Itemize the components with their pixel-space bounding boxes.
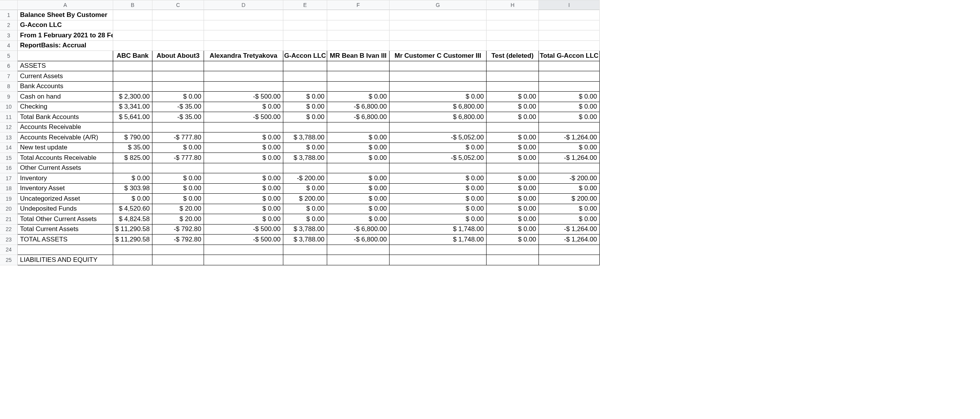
- empty-cell[interactable]: [390, 82, 487, 92]
- empty-cell[interactable]: [390, 255, 487, 265]
- data-cell[interactable]: $ 0.00: [204, 143, 283, 153]
- row-header-10[interactable]: 10: [0, 102, 18, 112]
- row-header-8[interactable]: 8: [0, 82, 18, 92]
- data-cell[interactable]: -$ 5,052.00: [390, 132, 487, 143]
- row-label[interactable]: TOTAL ASSETS: [18, 235, 113, 245]
- data-cell[interactable]: $ 0.00: [390, 204, 487, 215]
- empty-cell[interactable]: [283, 71, 327, 82]
- data-cell[interactable]: $ 0.00: [487, 225, 539, 235]
- cell-blank[interactable]: [487, 41, 539, 51]
- empty-cell[interactable]: [390, 245, 487, 255]
- data-cell[interactable]: $ 0.00: [204, 153, 283, 163]
- cell-blank[interactable]: [113, 10, 152, 20]
- empty-cell[interactable]: [390, 163, 487, 174]
- data-cell[interactable]: $ 0.00: [113, 194, 152, 204]
- cell-blank[interactable]: [113, 30, 152, 41]
- empty-cell[interactable]: [113, 122, 152, 133]
- data-cell[interactable]: -$ 6,800.00: [327, 225, 390, 235]
- row-label[interactable]: Bank Accounts: [18, 82, 113, 92]
- row-header-4[interactable]: 4: [0, 41, 18, 51]
- data-cell[interactable]: -$ 777.80: [152, 132, 204, 143]
- table-col-header[interactable]: Mr Customer C Customer III: [390, 51, 487, 61]
- col-header-D[interactable]: D: [204, 0, 283, 10]
- data-cell[interactable]: $ 0.00: [327, 184, 390, 194]
- cell-blank[interactable]: [539, 41, 600, 51]
- row-label[interactable]: ASSETS: [18, 61, 113, 72]
- data-cell[interactable]: $ 11,290.58: [113, 235, 152, 245]
- row-label[interactable]: Total Bank Accounts: [18, 112, 113, 122]
- data-cell[interactable]: $ 0.00: [204, 204, 283, 215]
- table-col-header[interactable]: Alexandra Tretyakova: [204, 51, 283, 61]
- empty-cell[interactable]: [327, 255, 390, 265]
- row-header-6[interactable]: 6: [0, 61, 18, 72]
- row-label[interactable]: Total Accounts Receivable: [18, 153, 113, 163]
- spreadsheet-grid[interactable]: ABCDEFGHI1Balance Sheet By Customer2G-Ac…: [0, 0, 980, 265]
- empty-cell[interactable]: [539, 122, 600, 133]
- data-cell[interactable]: -$ 200.00: [539, 173, 600, 184]
- data-cell[interactable]: $ 0.00: [283, 184, 327, 194]
- row-header-14[interactable]: 14: [0, 143, 18, 153]
- data-cell[interactable]: $ 0.00: [487, 132, 539, 143]
- data-cell[interactable]: -$ 6,800.00: [327, 112, 390, 122]
- row-header-20[interactable]: 20: [0, 204, 18, 215]
- empty-cell[interactable]: [152, 71, 204, 82]
- empty-cell[interactable]: [390, 61, 487, 72]
- data-cell[interactable]: -$ 500.00: [204, 112, 283, 122]
- data-cell[interactable]: $ 0.00: [539, 204, 600, 215]
- cell-blank[interactable]: [283, 41, 327, 51]
- table-col-header[interactable]: G-Accon LLC: [283, 51, 327, 61]
- data-cell[interactable]: $ 0.00: [204, 102, 283, 112]
- empty-cell[interactable]: [283, 163, 327, 174]
- empty-cell[interactable]: [152, 82, 204, 92]
- cell-blank[interactable]: [390, 10, 487, 20]
- cell-blank[interactable]: [152, 20, 204, 31]
- table-col-header[interactable]: Test (deleted): [487, 51, 539, 61]
- data-cell[interactable]: $ 200.00: [283, 194, 327, 204]
- row-header-11[interactable]: 11: [0, 112, 18, 122]
- data-cell[interactable]: $ 0.00: [327, 194, 390, 204]
- data-cell[interactable]: $ 20.00: [152, 214, 204, 225]
- data-cell[interactable]: -$ 1,264.00: [539, 132, 600, 143]
- row-header-19[interactable]: 19: [0, 194, 18, 204]
- cell-blank[interactable]: [283, 30, 327, 41]
- data-cell[interactable]: $ 0.00: [487, 184, 539, 194]
- data-cell[interactable]: $ 0.00: [113, 173, 152, 184]
- empty-cell[interactable]: [152, 163, 204, 174]
- data-cell[interactable]: -$ 6,800.00: [327, 102, 390, 112]
- data-cell[interactable]: $ 4,520.60: [113, 204, 152, 215]
- data-cell[interactable]: $ 790.00: [113, 132, 152, 143]
- data-cell[interactable]: $ 0.00: [152, 194, 204, 204]
- col-header-G[interactable]: G: [390, 0, 487, 10]
- empty-cell[interactable]: [327, 122, 390, 133]
- data-cell[interactable]: $ 3,788.00: [283, 235, 327, 245]
- row-header-13[interactable]: 13: [0, 132, 18, 143]
- empty-cell[interactable]: [487, 61, 539, 72]
- data-cell[interactable]: -$ 500.00: [204, 235, 283, 245]
- empty-cell[interactable]: [539, 245, 600, 255]
- row-header-21[interactable]: 21: [0, 214, 18, 225]
- row-label[interactable]: Total Other Current Assets: [18, 214, 113, 225]
- data-cell[interactable]: $ 0.00: [204, 194, 283, 204]
- row-label[interactable]: Other Current Assets: [18, 163, 113, 174]
- empty-cell[interactable]: [327, 245, 390, 255]
- row-header-3[interactable]: 3: [0, 30, 18, 41]
- empty-cell[interactable]: [204, 245, 283, 255]
- data-cell[interactable]: $ 0.00: [283, 102, 327, 112]
- data-cell[interactable]: $ 1,748.00: [390, 225, 487, 235]
- data-cell[interactable]: $ 1,748.00: [390, 235, 487, 245]
- cell-blank[interactable]: [152, 10, 204, 20]
- meta-company[interactable]: G-Accon LLC: [18, 20, 113, 31]
- data-cell[interactable]: -$ 792.80: [152, 235, 204, 245]
- data-cell[interactable]: -$ 200.00: [283, 173, 327, 184]
- empty-cell[interactable]: [204, 122, 283, 133]
- data-cell[interactable]: -$ 500.00: [204, 225, 283, 235]
- data-cell[interactable]: $ 0.00: [152, 92, 204, 102]
- cell-blank[interactable]: [152, 41, 204, 51]
- data-cell[interactable]: $ 0.00: [539, 102, 600, 112]
- cell-blank[interactable]: [390, 20, 487, 31]
- row-header-5[interactable]: 5: [0, 51, 18, 61]
- data-cell[interactable]: $ 0.00: [152, 184, 204, 194]
- data-cell[interactable]: $ 0.00: [487, 143, 539, 153]
- data-cell[interactable]: $ 0.00: [327, 132, 390, 143]
- cell-blank[interactable]: [390, 41, 487, 51]
